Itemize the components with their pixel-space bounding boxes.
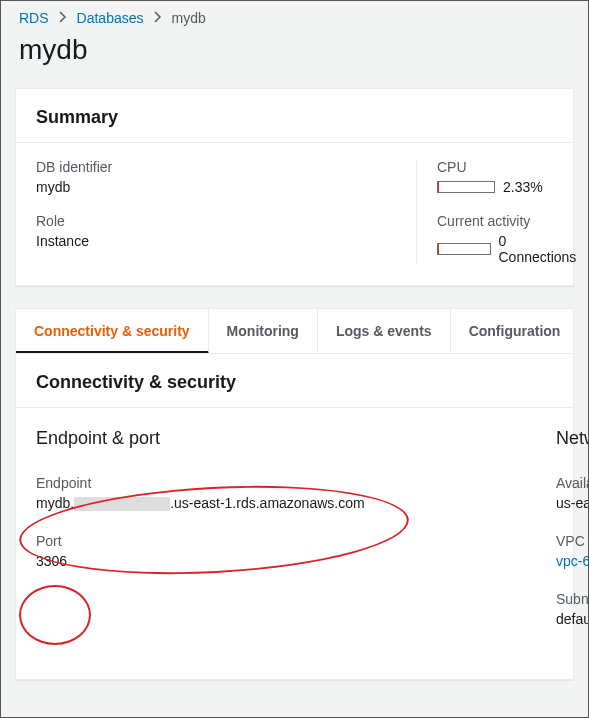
chevron-right-icon [154, 10, 162, 26]
endpoint-port-title: Endpoint & port [36, 428, 526, 449]
vpc-value[interactable]: vpc-6 [556, 553, 589, 569]
port-value: 3306 [36, 553, 526, 569]
activity-field: Current activity 0 Connections [437, 213, 581, 265]
subnet-value: defau [556, 611, 589, 627]
tab-configuration[interactable]: Configuration [451, 309, 574, 353]
availability-label: Availa [556, 475, 589, 491]
vpc-field: VPC vpc-6 [556, 533, 589, 569]
port-label: Port [36, 533, 526, 549]
subnet-field: Subne defau [556, 591, 589, 627]
endpoint-prefix: mydb. [36, 495, 74, 511]
vpc-label: VPC [556, 533, 589, 549]
tab-logs-events[interactable]: Logs & events [318, 309, 451, 353]
role-value: Instance [36, 233, 416, 249]
summary-heading: Summary [16, 89, 573, 143]
endpoint-label: Endpoint [36, 475, 526, 491]
endpoint-suffix: .us-east-1.rds.amazonaws.com [170, 495, 365, 511]
breadcrumb-databases[interactable]: Databases [77, 10, 144, 26]
port-field: Port 3306 [36, 533, 526, 569]
cpu-bar [437, 181, 495, 193]
tab-monitoring[interactable]: Monitoring [209, 309, 318, 353]
tab-connectivity-security[interactable]: Connectivity & security [16, 309, 209, 353]
cpu-field: CPU 2.33% [437, 159, 581, 195]
availability-field: Availa us-ea [556, 475, 589, 511]
subnet-label: Subne [556, 591, 589, 607]
chevron-right-icon [59, 10, 67, 26]
activity-value: 0 Connections [499, 233, 581, 265]
connectivity-security-panel: Connectivity & security Endpoint & port … [15, 353, 574, 680]
availability-value: us-ea [556, 495, 589, 511]
tabs: Connectivity & security Monitoring Logs … [15, 308, 574, 353]
page-title: mydb [1, 28, 588, 88]
connectivity-security-heading: Connectivity & security [16, 354, 573, 408]
db-identifier-field: DB identifier mydb [36, 159, 416, 195]
endpoint-value: mydb..us-east-1.rds.amazonaws.com [36, 495, 526, 511]
breadcrumb-current: mydb [172, 10, 206, 26]
db-identifier-value: mydb [36, 179, 416, 195]
db-identifier-label: DB identifier [36, 159, 416, 175]
activity-bar [437, 243, 491, 255]
role-label: Role [36, 213, 416, 229]
cpu-label: CPU [437, 159, 581, 175]
breadcrumbs: RDS Databases mydb [1, 1, 588, 28]
endpoint-field: Endpoint mydb..us-east-1.rds.amazonaws.c… [36, 475, 526, 511]
breadcrumb-rds[interactable]: RDS [19, 10, 49, 26]
cpu-value: 2.33% [503, 179, 543, 195]
networking-title: Netw [556, 428, 589, 449]
role-field: Role Instance [36, 213, 416, 249]
activity-label: Current activity [437, 213, 581, 229]
redacted-segment [74, 497, 170, 511]
summary-panel: Summary DB identifier mydb Role Instance… [15, 88, 574, 286]
